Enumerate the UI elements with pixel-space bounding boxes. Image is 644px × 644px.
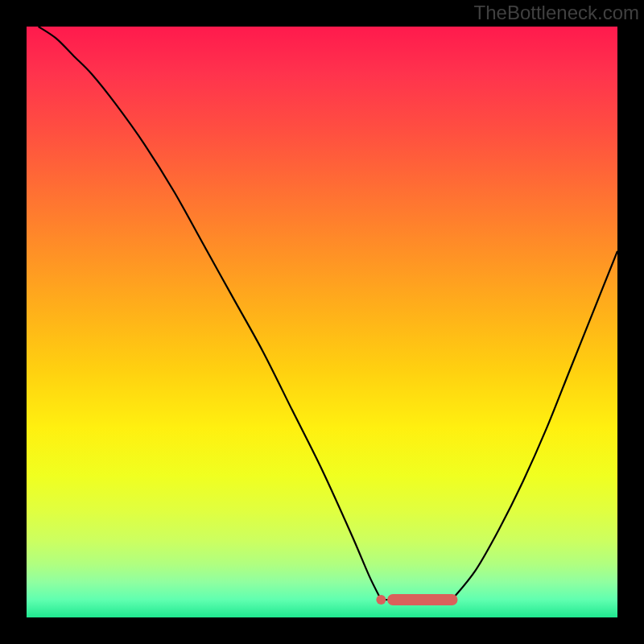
chart-plot-area bbox=[27, 27, 617, 617]
right-curve bbox=[452, 251, 617, 600]
attribution-text: TheBottleneck.com bbox=[474, 2, 639, 24]
left-curve bbox=[39, 27, 382, 600]
chart-svg bbox=[27, 27, 617, 617]
optimal-point-marker bbox=[376, 595, 386, 605]
